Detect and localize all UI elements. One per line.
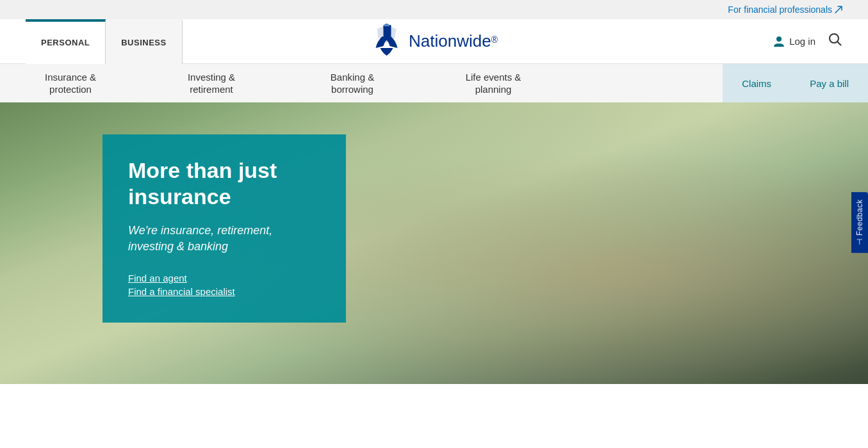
header: PERSONAL BUSINESS Nationwide® <box>0 19 868 64</box>
nav-item-claims[interactable]: Claims <box>723 64 790 102</box>
feedback-tab[interactable]: ⊣ Feedback <box>851 192 868 253</box>
hero-section: More than just insurance We're insurance… <box>0 102 868 384</box>
nav-item-banking[interactable]: Banking & borrowing <box>282 64 423 102</box>
nav-right-section: Claims Pay a bill <box>723 64 868 102</box>
nav-item-pay-bill[interactable]: Pay a bill <box>790 64 868 102</box>
login-button[interactable]: Log in <box>773 35 815 48</box>
feedback-label: Feedback <box>855 200 864 236</box>
hero-links: Find an agent Find a financial specialis… <box>128 273 320 297</box>
search-icon <box>828 33 842 47</box>
svg-point-3 <box>776 36 782 42</box>
person-icon <box>773 35 785 48</box>
feedback-icon: ⊣ <box>855 239 864 246</box>
hero-subtitle: We're insurance, retirement, investing &… <box>128 223 320 255</box>
nav-item-investing[interactable]: Investing & retirement <box>141 64 282 102</box>
external-link-icon <box>835 6 842 13</box>
nav-item-insurance[interactable]: Insurance & protection <box>0 64 141 102</box>
nav-item-life-events[interactable]: Life events & planning <box>423 64 564 102</box>
logo-text: Nationwide® <box>409 31 498 51</box>
nav-bar: Insurance & protection Investing & retir… <box>0 64 868 102</box>
find-financial-specialist-link[interactable]: Find a financial specialist <box>128 286 320 297</box>
svg-point-4 <box>830 34 839 43</box>
financial-professionals-label: For financial professionals <box>728 4 832 15</box>
hero-card: More than just insurance We're insurance… <box>102 134 346 323</box>
search-button[interactable] <box>828 33 842 50</box>
header-actions: Log in <box>773 33 842 50</box>
nationwide-logo-icon <box>370 24 402 59</box>
top-bar: For financial professionals <box>0 0 868 19</box>
logo[interactable]: Nationwide® <box>370 24 498 59</box>
find-agent-link[interactable]: Find an agent <box>128 273 320 284</box>
header-tabs: PERSONAL BUSINESS <box>26 19 183 64</box>
tab-business[interactable]: BUSINESS <box>106 19 182 64</box>
financial-professionals-link[interactable]: For financial professionals <box>728 4 842 15</box>
tab-personal[interactable]: PERSONAL <box>26 19 106 64</box>
hero-title: More than just insurance <box>128 157 320 210</box>
svg-line-5 <box>837 42 841 45</box>
